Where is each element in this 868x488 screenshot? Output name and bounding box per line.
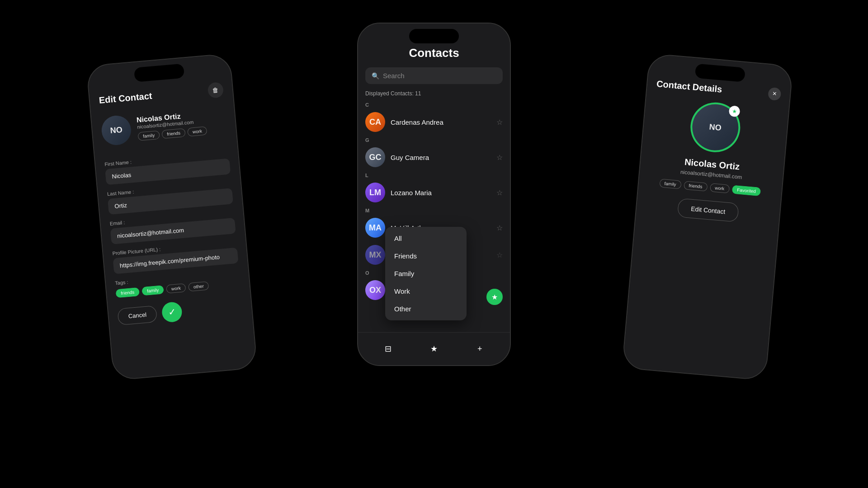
phone-right: Contact Details ✕ NO ★ Nicolas Ortiz nic… — [622, 53, 793, 380]
dropdown-other[interactable]: Other — [385, 300, 467, 318]
detail-tag-friends: friends — [684, 181, 708, 191]
add-icon: + — [477, 344, 482, 354]
name-guy: Guy Camera — [391, 154, 491, 161]
search-bar[interactable]: 🔍 Search — [365, 67, 503, 84]
dropdown-work[interactable]: Work — [385, 282, 467, 300]
details-avatar-ring: NO ★ — [689, 100, 742, 154]
edit-contact-title: Edit Contact — [99, 90, 152, 105]
favorites-button[interactable]: ★ — [424, 339, 444, 359]
close-icon: ✕ — [772, 90, 777, 97]
section-g: G — [358, 136, 510, 144]
star-guy[interactable]: ☆ — [496, 153, 503, 162]
phone-center: Contacts 🔍 Search Displayed Contacts: 11… — [357, 23, 511, 366]
scene: Edit Contact 🗑 NO Nicolas Ortiz nicoalso… — [0, 0, 868, 488]
name-cardenas: Cardenas Andrea — [391, 118, 491, 126]
contacts-screen: Contacts 🔍 Search Displayed Contacts: 11… — [358, 23, 510, 365]
filter-dropdown: All Friends Family Work Other — [385, 227, 467, 320]
edit-avatar: NO — [100, 114, 132, 146]
contact-lozano[interactable]: LM Lozano Maria ☆ — [358, 179, 510, 206]
avatar-mchill: MA — [365, 218, 385, 238]
edit-contact-info: Nicolas Ortiz nicoalsortiz@hotmail.com f… — [136, 110, 207, 141]
search-icon: 🔍 — [372, 72, 379, 80]
contacts-title: Contacts — [358, 46, 510, 67]
filter-button[interactable]: ⊟ — [378, 339, 398, 359]
details-title: Contact Details — [656, 79, 722, 95]
close-button[interactable]: ✕ — [768, 87, 781, 101]
details-content: Contact Details ✕ NO ★ Nicolas Ortiz nic… — [623, 54, 792, 380]
avatar-lozano: LM — [365, 183, 385, 202]
edit-avatar-initials: NO — [100, 114, 132, 146]
add-button[interactable]: + — [470, 339, 490, 359]
avatar-cardenas: CA — [365, 112, 385, 132]
bottom-bar: ⊟ ★ + — [358, 332, 510, 365]
star-lozano[interactable]: ☆ — [496, 188, 503, 197]
section-m: M — [358, 206, 510, 214]
star-m2[interactable]: ☆ — [496, 251, 503, 259]
edit-form: First Name : Last Name : Email : Profile… — [95, 150, 248, 275]
detail-tag-family: family — [659, 178, 682, 189]
filter-icon: ⊟ — [385, 344, 392, 354]
search-placeholder: Search — [383, 72, 405, 80]
contact-cardenas[interactable]: CA Cardenas Andrea ☆ — [358, 108, 510, 136]
star-cardenas[interactable]: ☆ — [496, 118, 503, 127]
contacts-count: Displayed Contacts: 11 — [358, 90, 510, 100]
dropdown-friends[interactable]: Friends — [385, 247, 467, 265]
trash-icon: 🗑 — [212, 86, 219, 94]
trash-button[interactable]: 🗑 — [208, 82, 224, 99]
star-icon-bar: ★ — [430, 344, 438, 354]
contacts-list: C CA Cardenas Andrea ☆ G GC G — [358, 100, 510, 332]
details-screen: Contact Details ✕ NO ★ Nicolas Ortiz nic… — [623, 54, 792, 380]
edit-contact-content: Edit Contact 🗑 NO Nicolas Ortiz nicoalso… — [87, 54, 256, 380]
detail-tag-favorited: Favorited — [731, 185, 761, 196]
save-icon: ✓ — [168, 306, 176, 318]
cancel-button[interactable]: Cancel — [117, 305, 157, 325]
dropdown-all[interactable]: All — [385, 230, 467, 247]
avatar-m2: MX — [365, 245, 385, 265]
dropdown-family[interactable]: Family — [385, 265, 467, 282]
section-c: C — [358, 100, 510, 108]
phone-left: Edit Contact 🗑 NO Nicolas Ortiz nicoalso… — [86, 53, 258, 380]
tag-work: work — [187, 127, 208, 137]
name-lozano: Lozano Maria — [391, 189, 491, 197]
detail-tag-work: work — [710, 183, 730, 193]
edit-contact-screen: Edit Contact 🗑 NO Nicolas Ortiz nicoalso… — [87, 54, 256, 380]
section-l: L — [358, 171, 510, 179]
contacts-content: Contacts 🔍 Search Displayed Contacts: 11… — [358, 23, 510, 365]
avatar-o: OX — [365, 280, 385, 300]
dynamic-island-center — [409, 29, 459, 43]
save-button[interactable]: ✓ — [161, 301, 183, 323]
tag-family: family — [137, 131, 160, 141]
avatar-guy: GC — [365, 147, 385, 167]
tag-friends: friends — [161, 128, 185, 139]
contact-guy[interactable]: GC Guy Camera ☆ — [358, 144, 510, 171]
fab-button[interactable]: ★ — [486, 289, 503, 305]
star-mchill[interactable]: ☆ — [496, 224, 503, 232]
